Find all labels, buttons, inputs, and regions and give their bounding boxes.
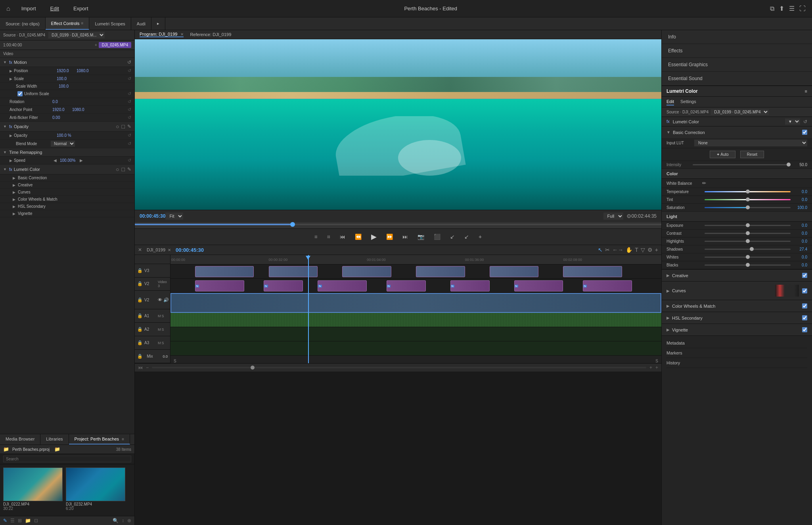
timeline-content[interactable]: 00:00:00 00:00:32:00 00:01:04:00 00:01:3… xyxy=(170,255,661,363)
rotation-reset-icon[interactable]: ↺ xyxy=(128,99,131,104)
intensity-thumb[interactable] xyxy=(787,163,791,167)
tl-zoom-in-icon[interactable]: + xyxy=(649,365,652,370)
speed-reset-icon[interactable]: ↺ xyxy=(128,158,131,163)
a1-m-btn[interactable]: M xyxy=(158,314,161,318)
intensity-slider[interactable] xyxy=(693,164,791,165)
list-view-icon[interactable]: ☰ xyxy=(10,518,15,523)
blend-mode-select[interactable]: Normal xyxy=(51,141,75,147)
track-a1[interactable] xyxy=(170,313,661,327)
mix-value[interactable]: 0.0 xyxy=(163,354,168,358)
menu-icon[interactable]: ☰ xyxy=(789,5,795,12)
hsl-secondary-header[interactable]: ▶ HSL Secondary xyxy=(662,312,812,324)
curves-header[interactable]: ▶ Curves xyxy=(662,282,812,300)
v3-clip-3[interactable] xyxy=(342,266,391,277)
whites-thumb[interactable] xyxy=(746,255,750,259)
contrast-value[interactable]: 0.0 xyxy=(793,231,807,236)
v1-lock-icon[interactable]: 🔒 xyxy=(137,297,143,303)
right-tab-info[interactable]: Info xyxy=(662,30,812,44)
maximize-icon[interactable]: ⧉ xyxy=(770,5,774,12)
opacity-section-header[interactable]: ▼ fx Opacity ○ □ ✎ xyxy=(0,122,134,132)
nav-import[interactable]: Import xyxy=(18,4,39,13)
shadows-value[interactable]: 27.4 xyxy=(793,247,807,251)
track-a2[interactable] xyxy=(170,327,661,341)
anti-flicker-value[interactable]: 0.00 xyxy=(52,115,72,120)
temperature-thumb[interactable] xyxy=(746,190,750,194)
lumetri-creative[interactable]: ▶ Creative xyxy=(0,182,134,189)
v3-clip-5[interactable] xyxy=(490,266,539,277)
lumetri-color-wheels[interactable]: ▶ Color Wheels & Match xyxy=(0,196,134,203)
tab-libraries[interactable]: Libraries xyxy=(40,434,69,445)
transport-cam-icon[interactable]: 📷 xyxy=(415,232,427,241)
right-tab-effects[interactable]: Effects xyxy=(662,44,812,58)
track-v3[interactable] xyxy=(170,264,661,279)
v1-eye-icon[interactable]: 👁 xyxy=(158,297,162,303)
blacks-value[interactable]: 0.0 xyxy=(793,263,807,267)
shadows-slider[interactable] xyxy=(705,249,791,250)
program-tab[interactable]: Program: DJI_0199 ✕ xyxy=(140,32,184,37)
v3-clip-4[interactable] xyxy=(416,266,465,277)
shadows-thumb[interactable] xyxy=(750,247,754,251)
a2-lock-icon[interactable]: 🔒 xyxy=(137,327,143,332)
transport-step-back[interactable]: ⏪ xyxy=(352,232,364,241)
contrast-slider[interactable] xyxy=(705,233,791,234)
ec-source-dropdown[interactable]: DJI_0199 · DJI_0245.M... xyxy=(48,32,105,38)
tl-zoom-thumb[interactable] xyxy=(251,366,255,370)
speed-nav-right[interactable]: ▶ xyxy=(80,158,83,163)
transport-step-fwd[interactable]: ⏩ xyxy=(384,232,395,241)
tab-more[interactable]: ▸ xyxy=(151,17,165,30)
v2-clip-2[interactable]: fx xyxy=(264,280,303,291)
sort-icon[interactable]: ↕ xyxy=(122,518,124,523)
new-item-icon[interactable]: ✎ xyxy=(3,518,7,523)
lumetri-clip-select[interactable]: DJI_0199 · DJI_0245.MP4 xyxy=(711,109,769,115)
time-remapping-header[interactable]: ▼ Time Remapping xyxy=(0,148,134,157)
transport-overwrite[interactable]: ↙ xyxy=(462,232,471,241)
tab-source[interactable]: Source: (no clips) xyxy=(0,17,46,30)
v2-clip-1[interactable]: fx xyxy=(195,280,244,291)
hsl-checkbox[interactable] xyxy=(802,315,807,320)
reset-btn[interactable]: Reset xyxy=(740,151,764,158)
a2-m-btn[interactable]: M xyxy=(158,328,161,331)
timeline-add-track[interactable]: + xyxy=(655,247,658,253)
tab-menu-icon[interactable]: ≡ xyxy=(81,21,84,25)
contrast-thumb[interactable] xyxy=(746,231,750,235)
media-item-1[interactable]: DJI_0222.MP4 30:22 xyxy=(3,468,63,513)
lumetri-fx-reset-icon[interactable]: ↺ xyxy=(803,119,807,125)
right-tab-essential-sound[interactable]: Essential Sound xyxy=(662,72,812,86)
track-v1[interactable] xyxy=(170,293,661,313)
a2-s-btn[interactable]: S xyxy=(162,328,164,331)
blend-reset-icon[interactable]: ↺ xyxy=(128,141,131,146)
scale-width-value[interactable]: 100.0 xyxy=(59,84,79,88)
transport-step-fwd-big[interactable]: ⏭ xyxy=(400,232,410,241)
tl-zoom-out-icon[interactable]: − xyxy=(146,365,149,370)
highlights-value[interactable]: 0.0 xyxy=(793,239,807,243)
search-icon[interactable]: 🔍 xyxy=(113,518,119,523)
tab-audio[interactable]: Audi xyxy=(131,17,151,30)
v2-clip-5[interactable]: fx xyxy=(450,280,490,291)
anchor-x[interactable]: 1920.0 xyxy=(52,107,72,112)
lumetri-hsl-secondary[interactable]: ▶ HSL Secondary xyxy=(0,203,134,210)
transport-export-frame[interactable]: ⬛ xyxy=(431,232,443,241)
v2-clip-6[interactable]: fx xyxy=(514,280,563,291)
speed-nav-left[interactable]: ◀ xyxy=(54,158,57,163)
basic-correction-header[interactable]: ▼ Basic Correction xyxy=(662,126,812,138)
lumetri-color-section-header[interactable]: ▼ fx Lumetri Color ○ □ ✎ xyxy=(0,165,134,174)
motion-reset-icon[interactable]: ↺ xyxy=(127,59,131,65)
motion-section-header[interactable]: ▼ fx Motion ↺ xyxy=(0,58,134,67)
vignette-checkbox[interactable] xyxy=(802,327,807,332)
tl-add-icon[interactable]: + xyxy=(655,365,658,370)
clip-name-badge[interactable]: DJI_0245.MP4 xyxy=(99,42,131,48)
a1-lock-icon[interactable]: 🔒 xyxy=(137,313,143,318)
curves-checkbox[interactable] xyxy=(802,288,807,293)
exposure-value[interactable]: 0.0 xyxy=(793,223,807,228)
meta-history[interactable]: History xyxy=(666,358,807,368)
saturation-slider[interactable] xyxy=(705,207,791,208)
transport-add[interactable]: + xyxy=(476,232,484,241)
rotation-value[interactable]: 0.0 xyxy=(52,100,72,104)
v2-lock-icon[interactable]: 🔒 xyxy=(137,281,143,286)
a3-lock-icon[interactable]: 🔒 xyxy=(137,340,143,345)
v1-main-clip[interactable] xyxy=(171,294,661,312)
fullscreen-icon[interactable]: ⛶ xyxy=(799,5,806,12)
tab-lumetri-scopes[interactable]: Lumetri Scopes xyxy=(89,17,131,30)
opacity-reset-icon[interactable]: ↺ xyxy=(128,133,131,138)
basic-corr-checkbox[interactable] xyxy=(802,130,807,135)
